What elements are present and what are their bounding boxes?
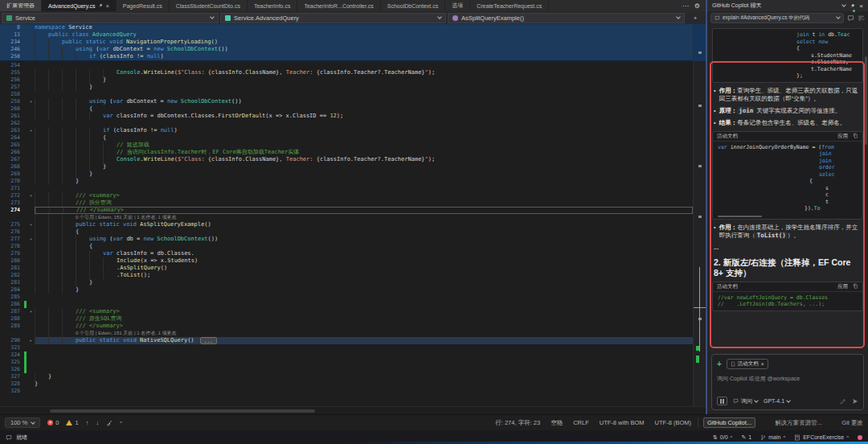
code-line[interactable]: 290▸public static void NativeSQLQuery() …: [0, 337, 693, 344]
code-line[interactable]: 273/// 拆分查询: [0, 199, 693, 207]
editor-tab[interactable]: PagedResult.cs: [117, 0, 170, 11]
chat-input-placeholder[interactable]: 询问 Copilot 或使用 @workspace: [717, 375, 858, 383]
code-block-body[interactable]: join t in db.Teacselect new{s.StudentNam…: [713, 29, 862, 82]
code-block-body[interactable]: var innerJoinQueryOrderByName = (fromjoi…: [713, 142, 862, 215]
editor-tab[interactable]: TeacherInfoR...Controller.cs: [297, 0, 380, 11]
remove-context-icon[interactable]: ×: [761, 361, 764, 367]
fold-icon[interactable]: ▾: [27, 236, 35, 243]
tools-icon[interactable]: [840, 398, 846, 405]
indentation-mode[interactable]: 空格: [551, 419, 563, 427]
editor-tab[interactable]: ClassStudentCountDto.cs: [170, 0, 248, 11]
breadcrumb-member-dropdown[interactable]: AsSplitQueryExample(): [448, 13, 685, 23]
chevron-down-icon[interactable]: [841, 2, 846, 7]
next-issue-button[interactable]: ↓: [96, 419, 99, 426]
code-line[interactable]: 289/// </summary>: [0, 323, 693, 330]
fold-icon[interactable]: ▾: [27, 221, 35, 228]
tool-window-tab[interactable]: GitHub Copilot...: [703, 417, 755, 428]
apply-button[interactable]: 应用: [837, 283, 848, 290]
tool-window-tab[interactable]: 解决方案资源管...: [775, 419, 822, 427]
code-line[interactable]: 324: [0, 352, 693, 359]
tab-close-icon[interactable]: ×: [106, 3, 109, 9]
collapsed-region-box[interactable]: ...: [200, 337, 217, 344]
editor-tab[interactable]: SchoolDbContext.cs: [381, 0, 445, 11]
code-line[interactable]: 284}: [0, 286, 693, 294]
breadcrumb-project-dropdown[interactable]: Service: [2, 13, 219, 23]
code-block-hscrollbar[interactable]: [718, 216, 762, 217]
split-editor-icon[interactable]: +: [694, 14, 698, 22]
mode-dropdown[interactable]: 询问: [733, 397, 758, 405]
code-line[interactable]: 259▾using (var dbContext = new SchoolDbC…: [0, 98, 693, 105]
fold-icon[interactable]: ▾: [27, 98, 35, 105]
layout-columns-icon[interactable]: [717, 397, 727, 405]
notification-dot[interactable]: [858, 435, 862, 440]
editor-vertical-scrollbar[interactable]: [693, 24, 706, 406]
panel-scrollbar-thumb[interactable]: [865, 56, 867, 145]
send-icon[interactable]: [852, 398, 858, 405]
code-line[interactable]: 327}: [0, 373, 693, 380]
code-line[interactable]: 286: [0, 301, 693, 308]
feedback-icon[interactable]: [847, 10, 854, 25]
git-branch[interactable]: main^: [760, 434, 785, 441]
editor-tab[interactable]: CreateTeacherRequest.cs: [470, 0, 549, 11]
code-line[interactable]: 276{: [0, 228, 693, 236]
history-list-icon[interactable]: [858, 14, 865, 22]
code-line[interactable]: 277▾using (var db = new SchoolDbContext(…: [0, 236, 693, 243]
code-line[interactable]: 328}: [0, 380, 693, 388]
code-line[interactable]: 267Console.WriteLine($"Class: {classInfo…: [0, 156, 693, 163]
chat-input-box[interactable]: + 活动文档 × 询问 Copilot 或使用 @workspace 询问 GP…: [711, 354, 864, 410]
code-line[interactable]: 254: [0, 62, 693, 69]
prev-issue-button[interactable]: ↑: [86, 419, 89, 426]
codelens-text[interactable]: 0 个引用 | Edwin, 151 天前 | 1 名作者, 1 项更改: [76, 330, 176, 337]
code-line[interactable]: 265// 延迟加载: [0, 142, 693, 149]
code-line[interactable]: 280Include(x => x.Students): [0, 257, 693, 265]
scrollbar-thumb[interactable]: [50, 409, 315, 413]
close-icon[interactable]: ×: [859, 2, 863, 10]
git-repository[interactable]: EFCoreExercise^: [794, 434, 849, 441]
code-line[interactable]: 270}: [0, 178, 693, 185]
code-line[interactable]: 268}: [0, 163, 693, 171]
code-line[interactable]: 323: [0, 344, 693, 352]
add-context-button[interactable]: +: [717, 360, 722, 368]
code-line[interactable]: 262: [0, 120, 693, 127]
cleanup-broom-icon[interactable]: [106, 420, 113, 426]
editor-tab[interactable]: TeacherInfo.cs: [248, 0, 298, 11]
pin-icon[interactable]: [98, 3, 103, 8]
code-block-body[interactable]: //var newLeftJoinQuery = db.Classes// .L…: [713, 292, 862, 310]
cleanup-options-caret[interactable]: ^: [120, 421, 122, 426]
git-sync-status[interactable]: ⇅0/0^: [713, 434, 732, 441]
code-line[interactable]: 263▾if (classInfo != null): [0, 127, 693, 134]
settings-gear-icon[interactable]: ⚙: [694, 2, 700, 10]
code-line[interactable]: 329: [0, 388, 693, 395]
code-line[interactable]: 282.ToList();: [0, 272, 693, 279]
code-line[interactable]: 279var classInfo = db.Classes.: [0, 250, 693, 257]
zoom-dropdown[interactable]: 100 %: [5, 417, 40, 428]
code-line[interactable]: 285: [0, 294, 693, 301]
code-line[interactable]: 257}: [0, 84, 693, 91]
pin-icon[interactable]: [850, 3, 855, 9]
model-dropdown[interactable]: GPT-4.1: [764, 398, 790, 404]
caret-position[interactable]: 行: 274, 字符: 23: [495, 419, 540, 427]
code-line[interactable]: 260{: [0, 105, 693, 113]
code-line[interactable]: 287▾/// <summary>: [0, 308, 693, 315]
fold-icon[interactable]: ▾: [27, 308, 35, 315]
breadcrumb-type-dropdown[interactable]: Service.AdvancedQuery: [220, 13, 446, 23]
code-line[interactable]: 264{: [0, 134, 693, 142]
code-line[interactable]: 278{: [0, 243, 693, 250]
fold-icon[interactable]: ▾: [27, 192, 35, 199]
code-line[interactable]: 272▾/// <summary>: [0, 192, 693, 199]
copy-icon[interactable]: [853, 133, 858, 139]
editor-tab[interactable]: 选项: [445, 0, 470, 11]
code-line[interactable]: 258: [0, 91, 693, 98]
chat-response-area[interactable]: join t in db.Teacselect new{s.StudentNam…: [707, 24, 868, 354]
pending-changes[interactable]: ✎1: [741, 434, 751, 441]
copy-icon[interactable]: [853, 283, 858, 290]
editor-horizontal-scrollbar[interactable]: [0, 406, 706, 414]
code-line[interactable]: 256}: [0, 76, 693, 84]
code-editor[interactable]: 8namespace Service13public class Advance…: [0, 24, 706, 406]
codelens-text[interactable]: 0 个引用 | Edwin, 151 天前 | 1 名作者, 1 项更改: [76, 214, 176, 221]
code-line[interactable]: 266// 当访问classInfo.Teacher时，EF Core将自动加载…: [0, 149, 693, 156]
code-line[interactable]: 274/// </summary>: [0, 207, 693, 214]
fold-icon[interactable]: ▸: [27, 337, 35, 344]
code-line[interactable]: 281.AsSplitQuery(): [0, 265, 693, 272]
code-line[interactable]: 255Console.WriteLine($"Class: {classInfo…: [0, 69, 693, 76]
